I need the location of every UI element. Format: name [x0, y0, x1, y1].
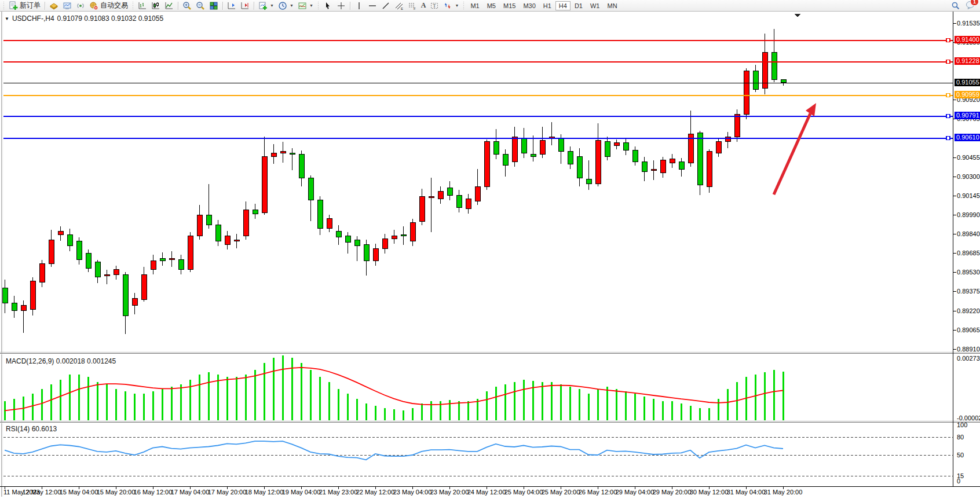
line-handle[interactable] — [946, 137, 950, 140]
price-axis-tick: 0.90455 — [957, 154, 980, 161]
toolbar-grip[interactable] — [131, 2, 134, 10]
price-axis-tick: 0.90300 — [957, 173, 980, 180]
price-line-badge: 0.91400 — [955, 36, 980, 43]
trendline-icon — [381, 1, 390, 10]
timeframe-h1-button[interactable]: H1 — [540, 1, 555, 10]
price-line-badge: 0.90610 — [955, 134, 980, 141]
timeframe-m5-button[interactable]: M5 — [484, 1, 499, 10]
chevron-down-icon: ▼ — [455, 3, 459, 8]
macd-pane[interactable] — [4, 355, 784, 420]
line-handle[interactable] — [946, 94, 950, 97]
equidistant-channel-tool-button[interactable]: E — [393, 1, 405, 11]
data-window-icon — [63, 1, 72, 10]
time-axis-label: 18 May 12:00 — [245, 489, 284, 496]
new-chart-button[interactable]: ▼ — [257, 1, 276, 11]
cursor-tool-button[interactable] — [321, 1, 334, 11]
timeframe-h4-button[interactable]: H4 — [555, 1, 571, 10]
price-line-badge: 0.90791 — [955, 112, 980, 119]
text-label-icon: T — [430, 1, 439, 10]
line-handle[interactable] — [946, 60, 950, 64]
time-axis-label: 30 May 12:00 — [690, 489, 729, 496]
separator — [350, 2, 350, 10]
price-axis-tick: 0.89840 — [957, 230, 980, 237]
timeframe-m1-button[interactable]: M1 — [467, 1, 482, 10]
fibonacci-icon: F — [408, 1, 417, 10]
line-handle[interactable] — [946, 39, 950, 42]
chart-symbol-period: USDCHF-,H4 — [12, 14, 54, 23]
rsi-line — [5, 441, 783, 460]
separator — [45, 2, 45, 10]
zoom-in-button[interactable] — [181, 1, 193, 11]
chart-shift-button[interactable] — [239, 1, 251, 11]
timeframe-d1-button[interactable]: D1 — [571, 1, 586, 10]
candlestick-chart-button[interactable] — [149, 1, 162, 11]
text-tool-button[interactable]: A — [419, 1, 428, 11]
chevron-down-icon: ▼ — [309, 3, 313, 8]
chart-shift-marker[interactable] — [795, 14, 800, 17]
time-axis-label: 25 May 04:00 — [504, 489, 543, 496]
line-handle[interactable] — [946, 115, 950, 118]
line-chart-button[interactable] — [163, 1, 175, 11]
tile-windows-icon — [209, 1, 218, 10]
horizontal-line-tool-button[interactable] — [366, 1, 379, 11]
price-axis-tick: 0.88910 — [957, 346, 980, 353]
data-window-button[interactable] — [61, 1, 74, 11]
candlestick-series — [2, 29, 786, 335]
timeframe-mn-button[interactable]: MN — [604, 1, 620, 10]
new-order-button[interactable]: 新订单 — [7, 1, 42, 11]
price-axis-tick: 0.91535 — [957, 20, 980, 27]
chevron-down-icon: ▼ — [290, 3, 294, 8]
indicators-button[interactable]: ▼ — [296, 1, 315, 11]
auto-trading-button[interactable]: 自动交易 — [87, 1, 130, 11]
arrow-objects-button[interactable]: ▼ — [441, 1, 460, 11]
indicators-icon — [298, 1, 307, 10]
chart-dropdown-icon[interactable]: ▼ — [5, 16, 9, 21]
price-axis-tick: 0.89685 — [957, 250, 980, 256]
auto-scroll-button[interactable] — [225, 1, 238, 11]
timeframe-w1-button[interactable]: W1 — [587, 1, 604, 10]
price-chart-canvas[interactable] — [0, 12, 980, 499]
market-watch-button[interactable] — [47, 1, 60, 11]
toolbar-grip[interactable] — [462, 2, 465, 10]
toolbar-grip[interactable] — [317, 2, 320, 10]
rsi-pane[interactable] — [3, 438, 953, 476]
arrow-objects-icon — [443, 1, 452, 10]
toolbar-grip[interactable] — [2, 2, 5, 10]
timeframe-m15-button[interactable]: M15 — [500, 1, 519, 10]
time-axis-label: 29 May 04:00 — [616, 489, 654, 496]
rsi-scale-label: 0 — [957, 478, 960, 485]
signal-icon — [76, 1, 85, 10]
time-axis-label: 24 May 12:00 — [467, 489, 506, 496]
chat-button[interactable]: 1 — [966, 0, 975, 12]
zoom-out-icon — [196, 1, 205, 10]
trend-arrow-annotation[interactable] — [774, 103, 816, 195]
bar-chart-button[interactable] — [136, 1, 149, 11]
rsi-scale-label: 100 — [957, 421, 967, 428]
separator — [178, 2, 178, 10]
new-order-label: 新订单 — [20, 1, 41, 10]
text-label-tool-button[interactable]: T — [428, 1, 441, 11]
timeframe-m30-button[interactable]: M30 — [520, 1, 539, 10]
equidistant-channel-icon: E — [394, 1, 404, 10]
search-button[interactable] — [949, 1, 962, 11]
chevron-down-icon: ▼ — [270, 3, 274, 8]
time-axis-label: 29 May 20:00 — [653, 489, 692, 496]
svg-text:E: E — [401, 7, 403, 10]
price-axis-tick: 0.90145 — [957, 192, 980, 199]
time-axis-label: 15 May 20:00 — [97, 489, 136, 496]
profiles-clock-button[interactable]: ▼ — [276, 1, 295, 11]
macd-scale-min: -0.000024 — [957, 414, 980, 421]
svg-text:F: F — [414, 7, 416, 10]
vertical-line-tool-button[interactable] — [353, 1, 365, 11]
chart-shift-icon — [240, 1, 250, 10]
signal-button[interactable] — [74, 1, 87, 11]
tile-windows-button[interactable] — [207, 1, 220, 11]
mt4-terminal: 新订单 — [0, 0, 980, 499]
zoom-out-button[interactable] — [194, 1, 207, 11]
current-price-badge: 0.91055 — [955, 79, 980, 86]
trendline-tool-button[interactable] — [379, 1, 392, 11]
profiles-clock-icon — [278, 1, 287, 10]
crosshair-tool-button[interactable] — [335, 1, 348, 11]
time-axis-label: 23 May 04:00 — [393, 489, 432, 496]
fibonacci-tool-button[interactable]: F — [406, 1, 419, 11]
